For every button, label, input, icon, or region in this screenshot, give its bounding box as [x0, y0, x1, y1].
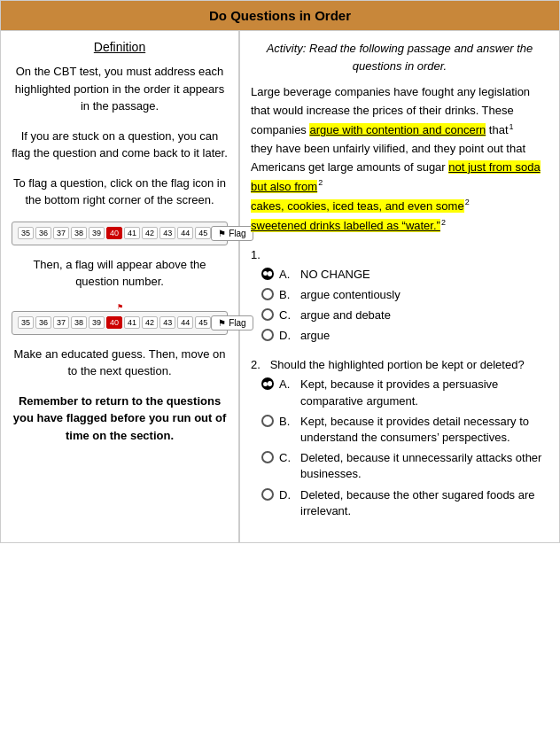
nav1-num-43[interactable]: 43 [159, 227, 175, 239]
option-text-2a: Kept, because it provides a persuasive c… [300, 377, 548, 408]
radio-2a[interactable] [261, 377, 274, 390]
radio-1d[interactable] [261, 329, 274, 341]
option-text-2b: Kept, because it provides detail necessa… [300, 414, 548, 446]
radio-2b[interactable] [261, 415, 274, 427]
option-text-1b: argue contentiously [300, 287, 401, 303]
definition-title: Definition [12, 40, 228, 54]
option-text-1d: argue [300, 328, 330, 344]
left-para2: If you are stuck on a question, you can … [12, 128, 228, 162]
nav2-num-40[interactable]: 40 [106, 316, 122, 329]
flag-icon-2: ⚑ [218, 318, 226, 328]
option-2d[interactable]: D. Deleted, because the other sugared fo… [261, 487, 548, 519]
option-label-2c: C. [279, 450, 295, 466]
left-para3: To flag a question, click on the flag ic… [12, 175, 228, 209]
option-1d[interactable]: D. argue [261, 328, 548, 344]
option-2c[interactable]: C. Deleted, because it unnecessarily att… [261, 450, 548, 482]
left-bold-note: Remember to return to the questions you … [12, 393, 228, 445]
nav1-num-40[interactable]: 40 [106, 227, 122, 239]
header-title: Do Questions in Order [209, 8, 351, 23]
activity-title: Activity: Read the following passage and… [251, 40, 548, 74]
passage-sup-1: 1 [509, 122, 514, 131]
option-label-1a: A. [279, 267, 295, 283]
left-panel: Definition On the CBT test, you must add… [1, 31, 240, 542]
passage-highlight-4: sweetened drinks labelled as “water.” [251, 219, 440, 232]
nav2-num-45[interactable]: 45 [195, 316, 211, 329]
nav1-num-42[interactable]: 42 [142, 227, 158, 239]
question-2-number: 2. Should the highlighted portion be kep… [251, 358, 548, 371]
question-1-number: 1. [251, 248, 548, 261]
nav2-num-43[interactable]: 43 [159, 316, 175, 329]
nav1-num-45[interactable]: 45 [195, 227, 211, 239]
nav-strip-2-container: ⚑ 35 36 37 38 39 40 41 42 43 44 45 [12, 303, 228, 335]
question-1: 1. A. NO CHANGE B. argue contentiously [251, 248, 548, 345]
nav2-num-42[interactable]: 42 [142, 316, 158, 329]
nav2-num-37[interactable]: 37 [53, 316, 69, 329]
nav2-num-39[interactable]: 39 [89, 316, 105, 329]
nav2-num-38[interactable]: 38 [71, 316, 87, 329]
nav1-num-38[interactable]: 38 [71, 227, 87, 239]
flag-indicator: ⚑ [12, 303, 228, 311]
option-label-1c: C. [279, 307, 295, 323]
question-1-options: A. NO CHANGE B. argue contentiously C. a… [251, 267, 548, 345]
nav2-num-36[interactable]: 36 [35, 316, 51, 329]
nav1-num-37[interactable]: 37 [53, 227, 69, 239]
nav2-num-44[interactable]: 44 [177, 316, 193, 329]
nav2-num-35[interactable]: 35 [18, 316, 34, 329]
page-header: Do Questions in Order [1, 1, 559, 30]
nav1-num-36[interactable]: 36 [35, 227, 51, 239]
option-2b[interactable]: B. Kept, because it provides detail nece… [261, 414, 548, 446]
question-2: 2. Should the highlighted portion be kep… [251, 358, 548, 519]
passage-sup-4: 2 [441, 218, 446, 227]
content-area: Definition On the CBT test, you must add… [1, 30, 559, 542]
option-1c[interactable]: C. argue and debate [261, 307, 548, 323]
option-text-2d: Deleted, because the other sugared foods… [300, 487, 548, 519]
radio-2d[interactable] [261, 488, 274, 501]
option-label-2b: B. [279, 414, 295, 430]
nav1-numbers: 35 36 37 38 39 40 41 42 43 44 45 [18, 227, 211, 239]
radio-1b[interactable] [261, 288, 274, 300]
nav-strip-2: 35 36 37 38 39 40 41 42 43 44 45 ⚑ [12, 311, 228, 335]
nav2-numbers: 35 36 37 38 39 40 41 42 43 44 45 [18, 316, 211, 329]
passage-sup-2: 2 [318, 178, 323, 187]
nav1-num-35[interactable]: 35 [18, 227, 34, 239]
option-label-1b: B. [279, 287, 295, 303]
nav1-num-44[interactable]: 44 [177, 227, 193, 239]
passage: Large beverage companies have fought any… [251, 83, 548, 236]
flag-label-2: Flag [229, 318, 245, 328]
option-1a[interactable]: A. NO CHANGE [261, 267, 548, 283]
flag-icon-1: ⚑ [218, 229, 226, 238]
left-para4: Then, a flag will appear above the quest… [12, 256, 228, 291]
page-wrapper: Do Questions in Order Definition On the … [0, 0, 560, 543]
flag-button-2[interactable]: ⚑ Flag [211, 315, 253, 331]
option-2a[interactable]: A. Kept, because it provides a persuasiv… [261, 377, 548, 408]
option-label-2d: D. [279, 487, 295, 503]
radio-2c[interactable] [261, 451, 274, 463]
nav1-num-41[interactable]: 41 [124, 227, 140, 239]
option-1b[interactable]: B. argue contentiously [261, 287, 548, 303]
option-label-1d: D. [279, 328, 295, 344]
option-text-2c: Deleted, because it unnecessarily attack… [300, 450, 548, 482]
radio-1a[interactable] [261, 268, 274, 280]
radio-1c[interactable] [261, 308, 274, 321]
option-text-1c: argue and debate [300, 307, 391, 323]
nav-strip-1: 35 36 37 38 39 40 41 42 43 44 45 ⚑ Flag [12, 222, 228, 245]
passage-highlight-1: argue with contention and concern [309, 123, 486, 136]
nav1-num-39[interactable]: 39 [89, 227, 105, 239]
question-2-options: A. Kept, because it provides a persuasiv… [251, 377, 548, 519]
left-para5: Make an educated guess. Then, move on to… [12, 346, 228, 380]
option-text-1a: NO CHANGE [300, 267, 370, 283]
passage-sup-3: 2 [465, 198, 470, 206]
passage-text-2: that [486, 123, 508, 136]
left-para1: On the CBT test, you must address each h… [12, 63, 228, 115]
right-panel: Activity: Read the following passage and… [240, 31, 559, 542]
nav2-num-41[interactable]: 41 [124, 316, 140, 329]
passage-highlight-3: cakes, cookies, iced teas, and even some [251, 199, 464, 213]
option-label-2a: A. [279, 377, 295, 393]
